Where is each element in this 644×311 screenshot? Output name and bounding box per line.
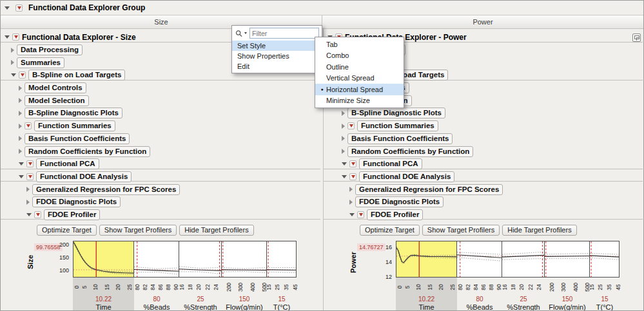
factor-current-value[interactable]: 80 (457, 295, 502, 303)
red-triangle-menu-icon[interactable] (349, 160, 356, 167)
red-triangle-menu-icon[interactable] (12, 33, 19, 41)
red-triangle-menu-icon[interactable] (357, 211, 364, 218)
outline-node-label[interactable]: Basis Function Coefficients (24, 133, 130, 144)
factor-current-value[interactable]: 80 (134, 295, 179, 303)
disclosure-collapsed-icon[interactable] (26, 187, 30, 192)
outline-node-label[interactable]: B-Spline on Load Targets (28, 70, 125, 80)
outline-node-label[interactable]: Summaries (17, 57, 64, 68)
profiler-cell-strength[interactable] (502, 241, 545, 278)
outline-node-label[interactable]: Model Controls (24, 82, 86, 93)
profiler-cell-t-c[interactable] (267, 241, 297, 278)
factor-current-value[interactable]: 15 (590, 295, 620, 303)
disclosure-collapsed-icon[interactable] (19, 136, 22, 141)
disclosure-collapsed-icon[interactable] (11, 60, 14, 65)
submenu-item-tab[interactable]: Tab (315, 39, 404, 50)
x-tick-label: 300 (237, 283, 244, 292)
optimize-target-button[interactable]: Optimize Target (360, 225, 420, 236)
submenu-item-vertical-spread[interactable]: Vertical Spread (315, 73, 404, 84)
outline-node-label[interactable]: Functional PCA (359, 158, 422, 169)
profiler-cell-beads[interactable] (134, 241, 179, 278)
factor-current-value[interactable]: 150 (545, 295, 590, 303)
outline-node-label[interactable]: Basis Function Coefficients (347, 133, 453, 144)
factor-current-value[interactable]: 10.22 (396, 295, 457, 303)
optimize-target-button[interactable]: Optimize Target (37, 225, 97, 236)
red-triangle-menu-icon[interactable] (349, 173, 356, 180)
outline-node-label[interactable]: FDOE Diagnostic Plots (355, 196, 444, 207)
submenu-item-minimize-size[interactable]: Minimize Size (315, 95, 404, 107)
outline-node-label[interactable]: Functional DOE Analysis (359, 171, 454, 182)
disclosure-collapsed-icon[interactable] (26, 200, 30, 205)
factor-current-value[interactable]: 10.22 (73, 295, 134, 303)
disclosure-collapsed-icon[interactable] (19, 124, 22, 129)
outline-node-label[interactable]: Data Processing (17, 44, 83, 55)
outline-node-label[interactable]: Random Coefficients by Function (24, 146, 150, 157)
outline-node-label[interactable]: Random Coefficients by Function (347, 146, 473, 157)
submenu-item-outline[interactable]: Outline (315, 61, 404, 73)
disclosure-expanded-icon[interactable] (5, 6, 10, 10)
disclosure-expanded-icon[interactable] (26, 213, 32, 216)
filter-input[interactable] (249, 28, 319, 39)
disclosure-collapsed-icon[interactable] (349, 200, 353, 205)
x-tick-label: 400 (572, 283, 579, 292)
disclosure-collapsed-icon[interactable] (19, 98, 22, 103)
outline-node-label[interactable]: Functional DOE Analysis (36, 171, 132, 182)
profiler-cell-beads[interactable] (457, 241, 502, 278)
profiler-cell-flow-g-min[interactable] (545, 241, 590, 278)
search-options-caret-icon[interactable] (244, 32, 247, 34)
disclosure-expanded-icon[interactable] (342, 162, 347, 165)
profiler-cell-t-c[interactable] (590, 241, 620, 278)
factor-current-value[interactable]: 25 (502, 295, 545, 303)
outline-node-label[interactable]: Generalized Regression for FPC Scores (32, 184, 180, 195)
factor-current-value[interactable]: 15 (267, 295, 297, 303)
red-triangle-menu-icon[interactable] (26, 160, 34, 167)
disclosure-collapsed-icon[interactable] (19, 86, 22, 91)
profiler-cell-flow-g-min[interactable] (222, 241, 267, 278)
outline-node-label[interactable]: B-Spline Diagnostic Plots (347, 108, 445, 118)
show-target-profilers-button[interactable]: Show Target Profilers (422, 225, 500, 236)
red-triangle-menu-icon[interactable] (34, 211, 41, 218)
profiler-cell-strength[interactable] (179, 241, 222, 278)
disclosure-collapsed-icon[interactable] (342, 136, 345, 141)
menu-item-show-properties[interactable]: Show Properties (232, 51, 322, 61)
submenu-item-combo[interactable]: Combo (315, 50, 404, 62)
factor-current-value[interactable]: 25 (179, 295, 222, 303)
red-triangle-menu-icon[interactable] (26, 173, 34, 180)
outline-node-label[interactable]: FDOE Diagnostic Plots (32, 196, 121, 207)
red-triangle-menu-icon[interactable] (19, 71, 26, 79)
disclosure-collapsed-icon[interactable] (11, 48, 14, 53)
disclosure-collapsed-icon[interactable] (342, 111, 345, 116)
outline-node-label[interactable]: Function Summaries (34, 120, 115, 131)
disclosure-expanded-icon[interactable] (342, 175, 347, 178)
disclosure-collapsed-icon[interactable] (19, 149, 22, 154)
outline-node-label[interactable]: Model Selection (24, 95, 89, 106)
show-target-profilers-button[interactable]: Show Target Profilers (99, 225, 177, 236)
red-triangle-menu-icon[interactable] (15, 5, 23, 12)
red-triangle-menu-icon[interactable] (24, 122, 32, 129)
disclosure-expanded-icon[interactable] (19, 162, 24, 165)
disclosure-expanded-icon[interactable] (11, 73, 16, 77)
disclosure-expanded-icon[interactable] (5, 35, 10, 39)
red-triangle-menu-icon[interactable] (347, 122, 355, 129)
profiler-cell-time[interactable] (396, 241, 457, 278)
disclosure-collapsed-icon[interactable] (342, 149, 345, 154)
disclosure-expanded-icon[interactable] (349, 213, 355, 216)
disclosure-collapsed-icon[interactable] (19, 111, 22, 116)
menu-item-edit[interactable]: Edit (232, 61, 322, 71)
profiler-cell-time[interactable] (73, 241, 134, 278)
factor-column-time: 051015202510.22Time (73, 278, 134, 310)
disclosure-expanded-icon[interactable] (19, 175, 24, 178)
factor-current-value[interactable]: 150 (222, 295, 267, 303)
outline-node-label[interactable]: Functional PCA (36, 158, 99, 169)
dock-window-icon[interactable] (632, 33, 641, 42)
menu-item-set-style[interactable]: Set Style (232, 41, 322, 51)
outline-node-label[interactable]: FDOE Profiler (367, 209, 423, 220)
outline-node-label[interactable]: FDOE Profiler (44, 209, 100, 220)
hide-target-profilers-button[interactable]: Hide Target Profilers (179, 225, 253, 236)
outline-node-label[interactable]: Generalized Regression for FPC Scores (355, 184, 503, 195)
disclosure-collapsed-icon[interactable] (342, 124, 345, 129)
outline-node-label[interactable]: B-Spline Diagnostic Plots (24, 108, 122, 118)
outline-node-label[interactable]: Function Summaries (357, 120, 438, 131)
hide-target-profilers-button[interactable]: Hide Target Profilers (502, 225, 576, 236)
disclosure-collapsed-icon[interactable] (349, 187, 353, 192)
submenu-item-horizontal-spread[interactable]: ●Horizontal Spread (315, 84, 404, 95)
